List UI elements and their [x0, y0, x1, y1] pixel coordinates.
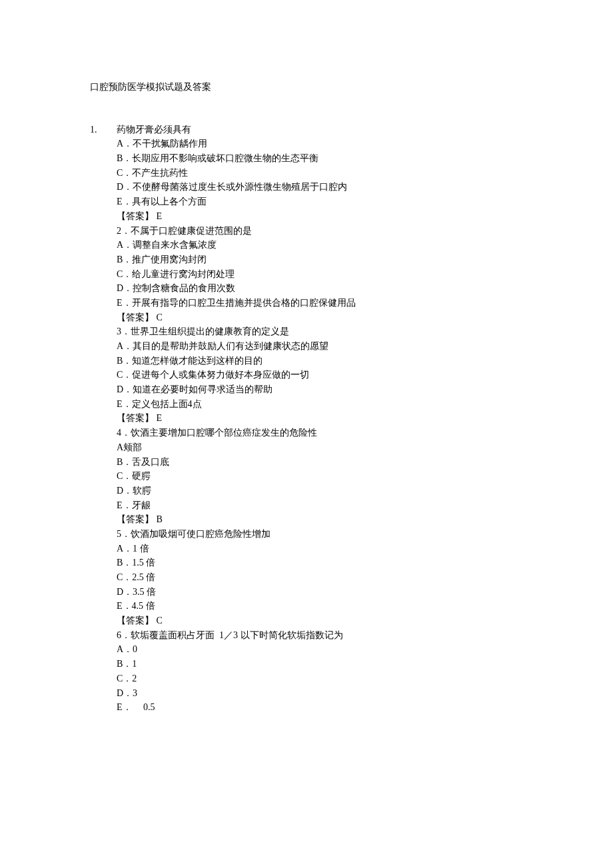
- option-e: E．开展有指导的口腔卫生措施并提供合格的口腔保健用品: [117, 296, 523, 310]
- document-page: 口腔预防医学模拟试题及答案 1. 药物牙膏必须具有 A．不干扰氟防龋作用 B．长…: [0, 0, 613, 768]
- option-e: E．定义包括上面4点: [117, 397, 523, 412]
- option-a: A．调整自来水含氟浓度: [117, 238, 523, 252]
- option-d: D．3.5 倍: [117, 585, 523, 600]
- answer-label: 【答案】 C: [117, 614, 523, 628]
- question-1-stem: 1. 药物牙膏必须具有: [90, 123, 523, 137]
- option-b: B．舌及口底: [117, 455, 523, 470]
- option-e: E．牙龈: [117, 498, 523, 513]
- option-b: B．1.5 倍: [117, 556, 523, 570]
- option-c: C．不产生抗药性: [117, 166, 523, 181]
- option-c: C．2.5 倍: [117, 570, 523, 585]
- option-a: A．其目的是帮助并鼓励人们有达到健康状态的愿望: [117, 339, 523, 354]
- option-e: E． 0.5: [117, 700, 523, 715]
- option-b: B．长期应用不影响或破坏口腔微生物的生态平衡: [117, 151, 523, 166]
- option-e: E．4.5 倍: [117, 599, 523, 614]
- option-d: D．不使酵母菌落过度生长或外源性微生物殖居于口腔内: [117, 180, 523, 195]
- document-title: 口腔预防医学模拟试题及答案: [90, 80, 523, 95]
- option-b: B．1: [117, 657, 523, 671]
- answer-label: 【答案】 E: [117, 411, 523, 426]
- option-a: A．1 倍: [117, 542, 523, 556]
- option-a: A．不干扰氟防龋作用: [117, 137, 523, 151]
- option-c: C．给儿童进行窝沟封闭处理: [117, 267, 523, 282]
- option-c: C．硬腭: [117, 469, 523, 484]
- question-2-stem: 2．不属于口腔健康促进范围的是: [117, 224, 523, 238]
- question-6-stem: 6．软垢覆盖面积占牙面 1／3 以下时简化软垢指数记为: [117, 628, 523, 643]
- option-e: E．具有以上各个方面: [117, 195, 523, 209]
- option-b: B．知道怎样做才能达到这样的目的: [117, 354, 523, 368]
- question-3-stem: 3．世界卫生组织提出的健康教育的定义是: [117, 324, 523, 339]
- question-number: 1.: [90, 123, 117, 137]
- option-d: D．知道在必要时如何寻求适当的帮助: [117, 382, 523, 397]
- question-4-stem: 4．饮酒主要增加口腔哪个部位癌症发生的危险性: [117, 426, 523, 440]
- option-c: C．2: [117, 671, 523, 686]
- answer-label: 【答案】 E: [117, 209, 523, 224]
- answer-label: 【答案】 B: [117, 512, 523, 527]
- option-d: D．控制含糖食品的食用次数: [117, 281, 523, 296]
- option-a: A颊部: [117, 440, 523, 455]
- question-1-body: A．不干扰氟防龋作用 B．长期应用不影响或破坏口腔微生物的生态平衡 C．不产生抗…: [90, 137, 523, 715]
- question-5-stem: 5．饮酒加吸烟可使口腔癌危险性增加: [117, 527, 523, 542]
- option-a: A．0: [117, 642, 523, 657]
- answer-label: 【答案】 C: [117, 310, 523, 325]
- question-text: 药物牙膏必须具有: [117, 123, 191, 137]
- option-c: C．促进每个人或集体努力做好本身应做的一切: [117, 368, 523, 382]
- option-b: B．推广使用窝沟封闭: [117, 252, 523, 267]
- option-d: D．3: [117, 686, 523, 701]
- option-d: D．软腭: [117, 484, 523, 498]
